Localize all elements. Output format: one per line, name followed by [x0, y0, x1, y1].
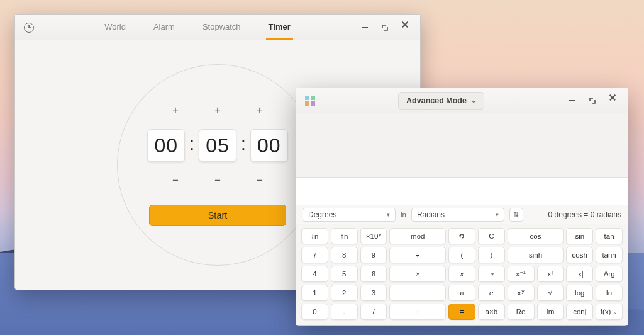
convert-from-select[interactable]: Degrees ▾ — [303, 208, 396, 222]
key-log[interactable]: log — [566, 285, 593, 301]
key-abs[interactable]: |x| — [566, 266, 593, 282]
key-memory-dropdown[interactable]: ▾ — [478, 266, 505, 282]
key-5[interactable]: 5 — [331, 266, 358, 282]
key-4[interactable]: 4 — [301, 266, 328, 282]
mode-selector-label: Advanced Mode — [406, 96, 467, 105]
key-x[interactable]: x — [448, 266, 475, 282]
key-tan[interactable]: tan — [596, 228, 623, 244]
colon-icon: : — [187, 134, 196, 157]
seconds-minus-button[interactable]: − — [253, 174, 266, 187]
key-plus[interactable]: + — [389, 304, 446, 320]
key-multiply[interactable]: × — [389, 266, 446, 282]
hours-field[interactable]: 00 — [147, 129, 185, 162]
key-tanh[interactable]: tanh — [596, 247, 623, 263]
clocks-maximize-button[interactable] — [377, 20, 392, 35]
timer-decrement-row: − − − — [169, 174, 266, 187]
key-lparen[interactable]: ( — [448, 247, 475, 263]
key-reciprocal[interactable]: x−1 — [508, 266, 535, 282]
key-im[interactable]: Im — [537, 304, 564, 320]
key-rparen[interactable]: ) — [478, 247, 505, 263]
key-clear[interactable]: C — [478, 228, 505, 244]
conversion-in-label: in — [401, 211, 406, 219]
tab-timer[interactable]: Timer — [266, 15, 293, 40]
chevron-down-icon: ⌄ — [471, 97, 476, 104]
key-0[interactable]: 0 — [301, 304, 328, 320]
mode-selector[interactable]: Advanced Mode ⌄ — [398, 92, 484, 110]
key-undo[interactable] — [448, 228, 475, 244]
key-9[interactable]: 9 — [360, 247, 387, 263]
clocks-tabs: World Alarm Stopwatch Timer — [42, 15, 353, 40]
chevron-down-icon: ▾ — [387, 212, 390, 218]
swap-icon: ⇅ — [513, 210, 519, 219]
clock-icon — [24, 23, 34, 33]
key-minus[interactable]: − — [389, 285, 446, 301]
convert-from-label: Degrees — [308, 210, 336, 219]
key-sin[interactable]: sin — [566, 228, 593, 244]
key-sinh[interactable]: sinh — [508, 247, 564, 263]
key-arg[interactable]: Arg — [596, 266, 623, 282]
key-times-10-y[interactable]: ×10y — [360, 228, 387, 244]
calculator-keypad: ↓n ↑n ×10y mod C cos sin tan 7 8 9 ÷ ( )… — [296, 224, 628, 325]
seconds-plus-button[interactable]: + — [253, 104, 266, 116]
key-pi[interactable]: π — [448, 285, 475, 301]
calculator-maximize-button[interactable] — [585, 93, 600, 108]
key-divide[interactable]: ÷ — [389, 247, 446, 263]
calculator-icon — [305, 96, 315, 106]
calculator-entry-field[interactable] — [296, 178, 628, 205]
convert-to-select[interactable]: Radians ▾ — [411, 208, 504, 222]
key-decimal[interactable]: . — [331, 304, 358, 320]
clocks-window-controls — [353, 20, 416, 35]
tab-stopwatch[interactable]: Stopwatch — [200, 15, 243, 40]
timer-controls: + + + 00 : 05 : 00 − − − Start — [147, 104, 288, 226]
seconds-field[interactable]: 00 — [250, 129, 288, 162]
start-button[interactable]: Start — [149, 205, 286, 226]
key-2[interactable]: 2 — [331, 285, 358, 301]
key-fx-dropdown[interactable]: f(x)⌄ — [596, 304, 623, 320]
key-slash[interactable]: / — [360, 304, 387, 320]
key-6[interactable]: 6 — [360, 266, 387, 282]
timer-digits: 00 : 05 : 00 — [147, 129, 288, 162]
key-e[interactable]: e — [478, 285, 505, 301]
conversion-result: 0 degrees = 0 radians — [548, 210, 621, 219]
chevron-down-icon: ▾ — [491, 271, 494, 277]
hours-minus-button[interactable]: − — [169, 174, 182, 187]
key-factorial[interactable]: x! — [537, 266, 564, 282]
key-ln[interactable]: ln — [596, 285, 623, 301]
key-1[interactable]: 1 — [301, 285, 328, 301]
key-power[interactable]: xy — [508, 285, 535, 301]
key-shift-up-n[interactable]: ↑n — [331, 228, 358, 244]
chevron-down-icon: ▾ — [496, 212, 499, 218]
swap-units-button[interactable]: ⇅ — [509, 208, 523, 222]
calculator-minimize-button[interactable] — [565, 93, 580, 108]
clocks-titlebar: World Alarm Stopwatch Timer — [15, 15, 420, 40]
tab-world[interactable]: World — [102, 15, 128, 40]
calculator-history-display — [296, 113, 628, 178]
key-sqrt[interactable]: √ — [537, 285, 564, 301]
key-a-times-b[interactable]: a×b — [478, 304, 505, 320]
key-3[interactable]: 3 — [360, 285, 387, 301]
calculator-window-controls — [561, 93, 624, 108]
clocks-close-button[interactable] — [397, 20, 413, 35]
colon-icon: : — [239, 134, 248, 157]
calculator-window: Advanced Mode ⌄ Degrees ▾ in Radians ▾ ⇅… — [296, 88, 628, 326]
key-8[interactable]: 8 — [331, 247, 358, 263]
minutes-plus-button[interactable]: + — [211, 104, 224, 116]
key-cosh[interactable]: cosh — [566, 247, 593, 263]
chevron-down-icon: ⌄ — [613, 309, 618, 315]
key-shift-down-n[interactable]: ↓n — [301, 228, 328, 244]
undo-icon — [458, 232, 465, 240]
unit-conversion-row: Degrees ▾ in Radians ▾ ⇅ 0 degrees = 0 r… — [296, 205, 628, 224]
minutes-field[interactable]: 05 — [199, 129, 236, 162]
key-re[interactable]: Re — [508, 304, 535, 320]
hours-plus-button[interactable]: + — [169, 104, 182, 116]
calculator-titlebar: Advanced Mode ⌄ — [296, 88, 628, 113]
calculator-close-button[interactable] — [605, 93, 620, 108]
key-conj[interactable]: conj — [566, 304, 593, 320]
key-7[interactable]: 7 — [301, 247, 328, 263]
minutes-minus-button[interactable]: − — [211, 174, 224, 187]
key-cos[interactable]: cos — [508, 228, 564, 244]
key-equals[interactable]: = — [448, 304, 475, 320]
clocks-minimize-button[interactable] — [357, 20, 372, 35]
key-mod[interactable]: mod — [389, 228, 446, 244]
tab-alarm[interactable]: Alarm — [151, 15, 177, 40]
